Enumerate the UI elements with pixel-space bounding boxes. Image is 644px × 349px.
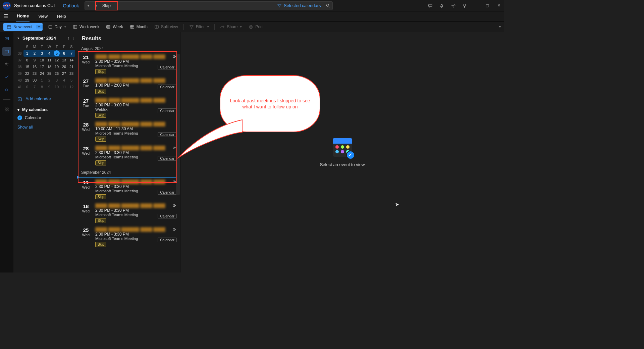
rail-people[interactable] [2, 60, 11, 68]
result-event[interactable]: 28Wed ████ ████ ██████ ████ ████ 10:00 A… [77, 120, 180, 144]
search-box[interactable]: ← Skip Selected calendars [92, 1, 324, 10]
mini-day[interactable]: 22 [23, 70, 31, 77]
mini-day[interactable]: 11 [46, 57, 53, 63]
mini-day[interactable]: 10 [38, 57, 46, 63]
mini-day[interactable]: 21 [68, 63, 75, 70]
svg-rect-3 [7, 25, 11, 28]
rail-files[interactable] [2, 85, 11, 94]
tab-help[interactable]: Help [56, 11, 67, 21]
mini-day[interactable]: 12 [68, 84, 75, 90]
chat-icon[interactable] [428, 3, 433, 8]
rail-calendar[interactable] [2, 47, 11, 56]
mini-day[interactable]: 15 [23, 63, 31, 70]
mini-day[interactable]: 28 [68, 70, 75, 77]
share-button[interactable]: Share▾ [219, 24, 243, 29]
mini-day[interactable]: 20 [60, 63, 68, 70]
tab-home[interactable]: Home [16, 11, 30, 21]
mini-prev[interactable]: ↑ [67, 36, 69, 41]
view-week[interactable]: Week [105, 24, 124, 29]
rail-apps[interactable] [2, 105, 11, 114]
mini-day[interactable]: 9 [31, 57, 38, 63]
new-event-button[interactable]: New event ▾ [3, 23, 43, 31]
mini-day[interactable]: 19 [53, 63, 60, 70]
app-name[interactable]: Outlook [63, 3, 79, 8]
mini-day[interactable]: 23 [31, 70, 38, 77]
mini-day[interactable]: 2 [46, 77, 53, 84]
svg-rect-1 [429, 4, 432, 6]
mini-day[interactable]: 13 [60, 57, 68, 63]
tab-view[interactable]: View [38, 11, 48, 21]
calendar-checkbox[interactable]: ✔ [17, 115, 22, 120]
mini-next[interactable]: ↓ [72, 36, 74, 41]
mini-day[interactable]: 7 [68, 50, 75, 57]
window-minimize[interactable]: ─ [473, 3, 479, 8]
svg-rect-4 [49, 25, 52, 28]
search-history-dropdown[interactable]: ▾ [85, 1, 92, 10]
mini-day[interactable]: 5 [53, 50, 60, 57]
result-event[interactable]: 28Wed ████ ████ ██████ ████ ████ 2:30 PM… [77, 144, 180, 167]
gear-icon[interactable] [450, 3, 456, 8]
mini-day[interactable]: 14 [68, 57, 75, 63]
mini-day[interactable]: 30 [31, 77, 38, 84]
mini-day[interactable]: 25 [46, 70, 53, 77]
mini-day[interactable]: 8 [38, 84, 46, 90]
mini-day[interactable]: 5 [68, 77, 75, 84]
view-day[interactable]: Day▾ [47, 24, 67, 29]
result-event[interactable]: 21Wed ████ ████ ██████ ████ ████ 2:30 PM… [77, 52, 180, 76]
event-category-tag: Skip [95, 89, 106, 94]
mini-day[interactable]: 6 [23, 84, 31, 90]
mini-day[interactable]: 2 [31, 50, 38, 57]
view-month[interactable]: Month [128, 24, 149, 29]
search-filter[interactable]: Selected calendars [277, 3, 321, 8]
mini-day[interactable]: 18 [46, 63, 53, 70]
mini-calendar[interactable]: SMTWTFS 36123456737891011121314381516171… [16, 43, 75, 90]
mini-day[interactable]: 7 [31, 84, 38, 90]
rail-mail[interactable] [2, 34, 11, 43]
hamburger-icon[interactable]: ☰ [3, 13, 8, 19]
mini-day[interactable]: 1 [38, 77, 46, 84]
calendar-item[interactable]: ✔ Calendar [16, 113, 74, 122]
result-event[interactable]: 27Tue ████ ████ ██████ ████ ████ 2:00 PM… [77, 96, 180, 120]
rail-todo[interactable] [2, 72, 11, 81]
mini-day[interactable]: 24 [38, 70, 46, 77]
annotation-callout-tail [177, 118, 244, 162]
mini-day[interactable]: 11 [60, 84, 68, 90]
mini-day[interactable]: 29 [23, 77, 31, 84]
mini-day[interactable]: 26 [53, 70, 60, 77]
show-all-link[interactable]: Show all [16, 122, 74, 132]
ribbon-collapse-icon[interactable]: ▾ [499, 25, 501, 29]
mini-day[interactable]: 1 [23, 50, 31, 57]
result-event[interactable]: 27Tue ████ ████ ██████ ████ ████ 1:00 PM… [77, 76, 180, 96]
search-submit-button[interactable] [324, 1, 333, 10]
filter-button[interactable]: Filter▾ [188, 24, 211, 29]
mini-day[interactable]: 27 [60, 70, 68, 77]
bell-icon[interactable] [439, 3, 444, 8]
new-event-dropdown[interactable]: ▾ [36, 25, 43, 29]
window-close[interactable]: ✕ [496, 3, 501, 8]
tips-icon[interactable] [462, 3, 467, 8]
mini-day[interactable]: 4 [60, 77, 68, 84]
chevron-down-icon[interactable]: ▾ [17, 36, 19, 40]
result-event[interactable]: 18Wed ████ ████ ██████ ████ ████ 2:30 PM… [77, 201, 180, 225]
mini-day[interactable]: 6 [60, 50, 68, 57]
mini-day[interactable]: 10 [53, 84, 60, 90]
mini-day[interactable]: 17 [38, 63, 46, 70]
mini-day[interactable]: 8 [23, 57, 31, 63]
result-event[interactable]: 25Wed ████ ████ ██████ ████ ████ 2:30 PM… [77, 225, 180, 249]
event-title-blurred: ████ ████ ██████ ████ ████ [95, 180, 177, 184]
mini-day[interactable]: 9 [46, 84, 53, 90]
mini-day[interactable]: 16 [31, 63, 38, 70]
add-calendar-button[interactable]: Add calendar [17, 96, 73, 101]
mini-day[interactable]: 3 [53, 77, 60, 84]
view-work-week[interactable]: Work week [71, 24, 101, 29]
view-split[interactable]: Split view [153, 24, 179, 29]
search-back-icon[interactable]: ← [95, 3, 100, 8]
print-button[interactable]: Print [247, 24, 265, 29]
mini-day[interactable]: 4 [46, 50, 53, 57]
result-event[interactable]: 11Wed ████ ████ ██████ ████ ████ 2:30 PM… [77, 178, 180, 201]
results-list[interactable]: August 2024 21Wed ████ ████ ██████ ████ … [77, 44, 180, 272]
mini-day[interactable]: 3 [38, 50, 46, 57]
my-calendars-header[interactable]: ▾ My calendars [16, 106, 74, 113]
mini-day[interactable]: 12 [53, 57, 60, 63]
window-maximize[interactable]: ▢ [485, 3, 490, 8]
